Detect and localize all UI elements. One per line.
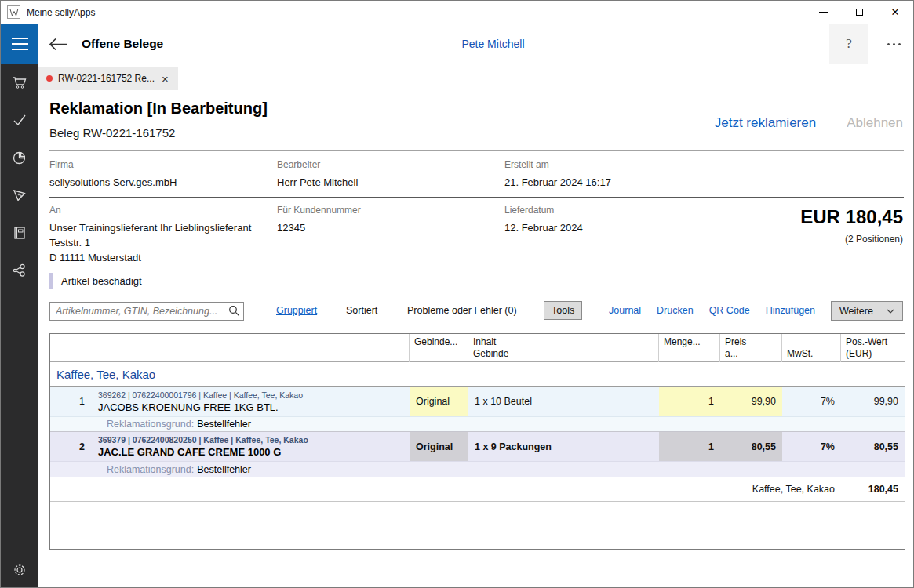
table-row[interactable]: 1 369262 | 07622400001796 | Kaffee | Kaf… [50,387,905,416]
help-button[interactable]: ? [829,24,868,64]
reject-button[interactable]: Ablehnen [847,115,903,131]
row-number: 1 [50,387,89,416]
menu-button[interactable] [1,24,38,64]
field-value: 12. Februar 2024 [504,221,583,236]
catalog-icon [12,225,27,241]
article-meta: 369262 | 07622400001796 | Kaffee | Kaffe… [98,390,410,400]
filter-sortiert[interactable]: Sortiert [346,305,377,316]
hamburger-icon [12,38,28,50]
cell-wert: 80,55 [841,432,905,461]
sidebar-item-statistics[interactable] [9,147,31,169]
field-lieferdatum: Lieferdatum 12. Februar 2024 [504,205,583,236]
pie-chart-icon [12,150,27,165]
table-row-selected[interactable]: 2 369379 | 07622400820250 | Kaffee | Kaf… [50,431,905,461]
reason-value: Bestellfehler [197,464,251,475]
app-logo-icon [7,5,20,19]
journal-link[interactable]: Journal [609,305,641,316]
chevron-down-icon [887,309,894,314]
positions-table: Gebinde... Inhalt Gebinde Menge... Preis… [49,333,905,550]
reason-label: Reklamationsgrund: [107,464,194,475]
subtotal-value: 180,45 [841,484,905,495]
cell-menge[interactable]: 1 [659,387,720,416]
document-title: Reklamation [In Bearbeitung] [49,100,268,118]
cell-inhalt: 1 x 9 Packungen [468,432,659,461]
close-icon: × [162,72,169,85]
cell-preis[interactable]: 99,90 [720,387,782,416]
check-icon [12,112,27,128]
sidebar-item-cart[interactable] [9,71,31,93]
tabstrip: RW-0221-161752 Re... × [38,64,913,90]
cell-inhalt: 1 x 10 Beutel [468,387,659,416]
tools-button[interactable]: Tools [544,301,582,320]
group-subtotal-row: Kaffee, Tee, Kakao 180,45 [50,477,905,502]
col-number [50,334,89,362]
window-controls: ✕ [805,1,913,24]
drucken-link[interactable]: Drucken [657,305,694,316]
row-number: 2 [50,432,89,461]
sidebar-item-share[interactable] [9,260,31,281]
sidebar-settings[interactable] [9,559,31,581]
search-icon [228,305,240,317]
maximize-icon [856,9,863,16]
maximize-button[interactable] [841,1,877,24]
weitere-label: Weitere [839,306,873,317]
document-view: Reklamation [In Bearbeitung] Beleg RW-02… [38,90,913,587]
help-icon: ? [846,36,852,51]
document-actions: Jetzt reklamieren Ablehnen [715,115,903,131]
weitere-dropdown[interactable]: Weitere [831,301,903,321]
user-name-link[interactable]: Pete Mitchell [461,24,524,64]
reclaim-now-button[interactable]: Jetzt reklamieren [715,115,816,131]
field-label: Erstellt am [504,159,611,170]
col-wert: Pos.-Wert (EUR) [841,334,905,362]
search-input[interactable] [49,302,244,321]
close-button[interactable]: ✕ [877,1,913,24]
cell-gebinde[interactable]: Original [410,432,468,461]
reason-label: Reklamationsgrund: [107,419,194,430]
document-tab[interactable]: RW-0221-161752 Re... × [38,67,178,90]
field-label: Bearbeiter [277,159,358,170]
titlebar: Meine sellyApps ✕ [1,1,913,24]
position-group-1: 1 369262 | 07622400001796 | Kaffee | Kaf… [50,387,905,431]
filter-probleme[interactable]: Probleme oder Fehler (0) [407,305,517,316]
sidebar-item-catalog[interactable] [9,222,31,244]
tab-close-button[interactable]: × [162,73,169,85]
reclamation-reason: Reklamationsgrund: Bestellfehler [89,417,905,431]
sidebar [1,64,38,587]
cell-mwst: 7% [782,387,841,416]
sidebar-item-coupons[interactable] [9,184,31,206]
sidebar-item-tasks[interactable] [9,109,31,131]
cell-gebinde[interactable]: Original [410,387,468,416]
col-mwst: MwSt. [782,334,841,362]
ellipsis-icon [874,43,913,45]
article-description: 369262 | 07622400001796 | Kaffee | Kaffe… [89,387,410,416]
filter-gruppiert[interactable]: Gruppiert [276,305,317,316]
field-value: 21. Februar 2024 16:17 [504,176,611,191]
article-search [49,302,244,321]
reclamation-reason-row[interactable]: Reklamationsgrund: Bestellfehler [50,461,905,477]
reason-value: Bestellfehler [197,419,251,430]
cell-preis[interactable]: 80,55 [720,432,782,461]
field-label: Lieferdatum [504,205,583,216]
field-value: Herr Pete Mitchell [277,176,358,191]
divider [49,150,904,151]
cell-mwst: 7% [782,432,841,461]
col-preis: Preis a... [720,334,782,362]
field-an: An Unser Trainingslieferant Ihr Liebling… [49,205,251,266]
qr-code-link[interactable]: QR Code [709,305,750,316]
field-label: Firma [49,159,177,170]
back-arrow-icon [49,38,67,51]
total-amount: EUR 180,45 [800,206,903,228]
hinzufuegen-link[interactable]: Hinzufügen [766,305,815,316]
more-options-button[interactable] [874,24,913,64]
cart-icon [12,74,27,90]
back-button[interactable] [49,35,69,53]
tab-label: RW-0221-161752 Re... [58,73,155,84]
reclamation-reason-row[interactable]: Reklamationsgrund: Bestellfehler [50,416,905,431]
article-description: 369379 | 07622400820250 | Kaffee | Kaffe… [89,432,410,461]
divider [49,197,904,198]
cell-menge[interactable]: 1 [659,432,720,461]
minimize-button[interactable] [805,1,841,24]
field-value: Unser Trainingslieferant Ihr Lieblingsli… [49,221,251,266]
share-icon [12,263,27,278]
article-meta: 369379 | 07622400820250 | Kaffee | Kaffe… [98,435,410,445]
